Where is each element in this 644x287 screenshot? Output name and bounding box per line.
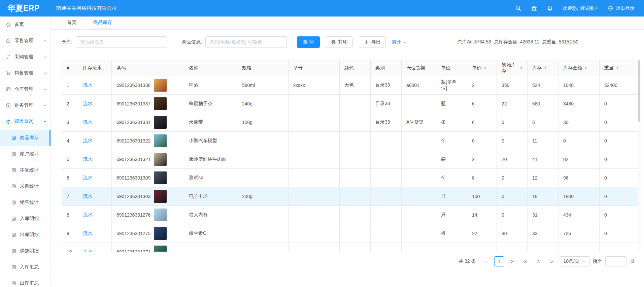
sidebar-subitem-out-summary[interactable]: 出库汇总 xyxy=(0,275,50,287)
page-size-select[interactable]: 10条/页 xyxy=(560,256,590,266)
product-image[interactable] xyxy=(154,171,167,184)
search-button[interactable]: 查 询 xyxy=(297,36,320,48)
tab-home[interactable]: 首页 xyxy=(66,17,77,29)
flow-link[interactable]: 流水 xyxy=(83,230,92,236)
warehouse-select-input[interactable] xyxy=(76,36,167,48)
page-button-2[interactable]: 2 xyxy=(507,256,517,266)
product-image[interactable] xyxy=(154,153,167,166)
bank-icon[interactable] xyxy=(531,5,537,11)
sidebar-item-home[interactable]: 首页 xyxy=(0,17,50,33)
column-header-stock[interactable]: 库存▲▼ xyxy=(528,60,558,76)
sidebar-item-finance[interactable]: 财务管理 xyxy=(0,97,50,114)
sidebar-subitem-account-stats[interactable]: 账户统计 xyxy=(0,146,50,162)
cell-flow: 流水 xyxy=(78,224,112,243)
bell-icon[interactable] xyxy=(547,5,553,11)
cell-weight: 0 xyxy=(600,169,641,187)
sidebar-subitem-product-stock[interactable]: 商品库存 xyxy=(0,130,50,146)
chevron-up-icon xyxy=(43,120,47,124)
tab-product-stock[interactable]: 商品库存 xyxy=(93,17,113,29)
cell-shelf xyxy=(402,150,436,169)
next-page-button[interactable]: > xyxy=(547,256,557,266)
sidebar-subitem-sales-stats[interactable]: 销售统计 xyxy=(0,194,50,211)
expand-label: 展开 xyxy=(392,39,401,45)
warehouse-label: 仓库: xyxy=(62,39,72,45)
sidebar-subitem-out-detail[interactable]: 出库明细 xyxy=(0,227,50,243)
cell-unit: 只 xyxy=(436,187,467,206)
cell-model xyxy=(289,169,340,187)
flow-link[interactable]: 流水 xyxy=(83,82,92,88)
cell-spec xyxy=(237,243,289,252)
cell-barcode: 6901236301309 xyxy=(112,169,184,187)
cell-category xyxy=(371,150,402,169)
cell-weight: 0 xyxy=(600,150,641,169)
cell-shelf xyxy=(402,206,436,224)
product-image[interactable] xyxy=(154,209,167,221)
scrollbar-thumb[interactable] xyxy=(638,60,640,122)
cell-category xyxy=(371,187,402,206)
cell-unit: 只 xyxy=(436,206,467,224)
chevron-down-icon xyxy=(43,103,47,107)
page-button-3[interactable]: 3 xyxy=(520,256,531,266)
flow-link[interactable]: 流水 xyxy=(83,175,92,180)
flow-link[interactable]: 流水 xyxy=(83,212,92,217)
column-label: 单价 xyxy=(472,65,481,71)
finance-icon xyxy=(6,103,11,108)
cell-color: 无色 xyxy=(340,76,371,95)
flow-link[interactable]: 流水 xyxy=(83,101,92,106)
cell-color xyxy=(340,224,371,243)
cell-barcode: 6901236301274 xyxy=(112,243,184,252)
product-image[interactable] xyxy=(154,79,167,92)
expand-link[interactable]: 展开 xyxy=(392,39,407,45)
cell-shelf: a0001 xyxy=(402,76,436,95)
page-button-1[interactable]: 1 xyxy=(494,256,504,266)
sidebar-subitem-transfer-detail[interactable]: 调拨明细 xyxy=(0,243,50,259)
cell-flow: 流水 xyxy=(78,95,112,113)
content-area: 仓库: 商品信息: 查 询 打印 导出 展开 总库存: 3734.53, 总库存… xyxy=(51,30,644,287)
export-button[interactable]: 导出 xyxy=(359,36,386,48)
sidebar-item-report[interactable]: 报表查询 xyxy=(0,114,50,130)
flow-link[interactable]: 流水 xyxy=(83,193,92,199)
barcode-cell: 6901236301321 xyxy=(116,153,179,166)
column-header-weight[interactable]: 重量▲▼ xyxy=(600,60,641,76)
product-image[interactable] xyxy=(154,97,167,110)
sidebar-item-warehouse[interactable]: 仓库管理 xyxy=(0,81,50,97)
sidebar-subitem-retail-stats[interactable]: 零售统计 xyxy=(0,162,50,178)
sidebar-subitem-label: 采购统计 xyxy=(20,183,39,189)
flow-link[interactable]: 流水 xyxy=(83,156,92,162)
column-header-price[interactable]: 单价▲▼ xyxy=(467,60,497,76)
product-image[interactable] xyxy=(154,227,167,240)
sidebar-item-retail[interactable]: 零售管理 xyxy=(0,33,50,49)
logout-button[interactable]: 退出登录 xyxy=(608,5,635,11)
product-image[interactable] xyxy=(154,190,167,203)
cell-index: 6 xyxy=(62,169,78,187)
prev-page-button[interactable]: < xyxy=(481,256,491,266)
print-button[interactable]: 打印 xyxy=(326,36,353,48)
table-row: 8流水6901236301276猫人内裤只140314340 xyxy=(62,206,641,224)
purchase-icon xyxy=(6,54,11,60)
sidebar-item-purchase[interactable]: 采购管理 xyxy=(0,49,50,65)
search-icon[interactable] xyxy=(515,5,521,11)
flow-link[interactable]: 流水 xyxy=(83,249,92,252)
column-header-index: # xyxy=(62,60,78,76)
column-header-spec: 规格 xyxy=(237,60,289,76)
product-image[interactable] xyxy=(154,116,167,129)
cell-unit xyxy=(436,243,467,252)
product-image[interactable] xyxy=(154,134,167,147)
product-info-input[interactable] xyxy=(205,36,287,48)
retail-icon xyxy=(6,38,11,43)
column-header-init_stock[interactable]: 初始库存▲▼ xyxy=(497,60,528,76)
cell-color xyxy=(340,187,371,206)
jump-page-input[interactable] xyxy=(605,256,627,266)
cell-index: 2 xyxy=(62,95,78,113)
sidebar-subitem-purchase-stats[interactable]: 采购统计 xyxy=(0,178,50,194)
sidebar-item-sales[interactable]: 销售管理 xyxy=(0,65,50,81)
product-image[interactable] xyxy=(154,246,167,252)
sidebar-subitem-in-detail[interactable]: 入库明细 xyxy=(0,211,50,227)
column-header-stock_amount[interactable]: 库存金额▲▼ xyxy=(558,60,600,76)
flow-link[interactable]: 流水 xyxy=(83,119,92,125)
sidebar-subitem-in-summary[interactable]: 入库汇总 xyxy=(0,259,50,275)
cell-stock: 11 xyxy=(528,132,558,150)
page-button-4[interactable]: 4 xyxy=(534,256,544,266)
cell-price xyxy=(467,243,497,252)
flow-link[interactable]: 流水 xyxy=(83,138,92,143)
